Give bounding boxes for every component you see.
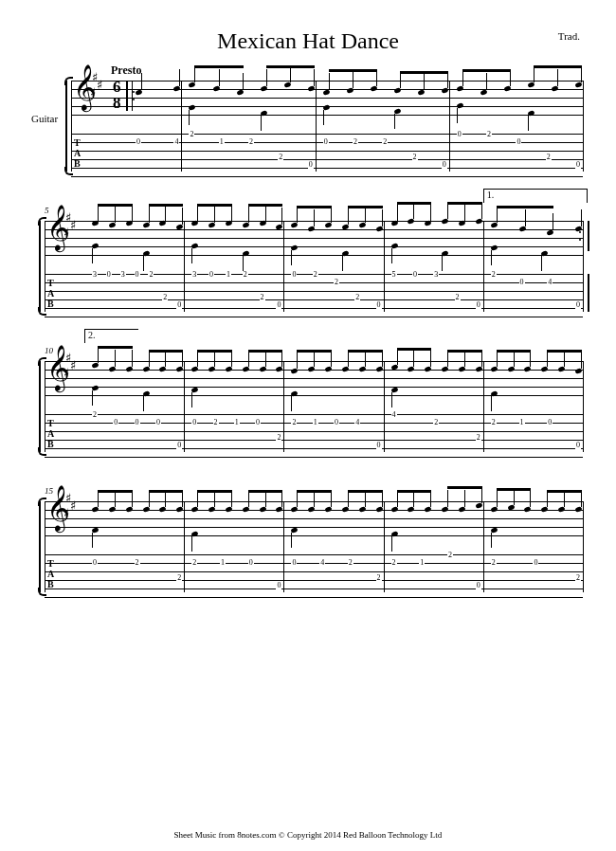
key-signature: ♯♯♯ (65, 355, 74, 378)
barline (45, 361, 45, 452)
staff-system: 5𝄞♯♯♯1.TAB303022030122002220503202040 (33, 221, 583, 312)
tab-clef: TAB (74, 137, 81, 169)
key-signature: ♯♯♯ (92, 75, 100, 98)
tab-staff: TAB022210004222120202 (45, 554, 583, 592)
footer-copyright: Sheet Music from 8notes.com © Copyright … (0, 830, 616, 840)
barline (483, 361, 484, 452)
barline (583, 361, 584, 452)
barline (71, 81, 72, 172)
barline (184, 501, 185, 592)
tab-staff: TAB2000002102210404222100 (45, 414, 583, 452)
barline (181, 81, 182, 172)
barline (583, 221, 584, 312)
barline (583, 274, 589, 312)
barline (449, 81, 450, 172)
barline (583, 501, 584, 592)
barline (45, 221, 45, 312)
barline (583, 221, 589, 251)
key-signature: ♯♯♯ (65, 215, 74, 238)
barline (483, 501, 484, 592)
tab-clef: TAB (47, 278, 54, 309)
tab-staff: TAB04212200222002020 (71, 134, 583, 172)
staff-system: PrestoGuitar𝄞♯♯♯68TAB04212200222002020 (33, 81, 583, 172)
barline (283, 501, 284, 592)
barline (283, 361, 284, 452)
treble-staff: 15𝄞♯♯♯ (45, 501, 583, 532)
volta-bracket: 1. (483, 189, 588, 203)
tab-clef: TAB (47, 558, 54, 589)
instrument-label: Guitar (31, 113, 58, 124)
key-signature: ♯♯♯ (65, 496, 74, 518)
page-title: Mexican Hat Dance (33, 28, 583, 54)
barline (184, 361, 185, 452)
tab-staff: TAB303022030122002220503202040 (45, 274, 583, 312)
treble-staff: 𝄞♯♯♯68 (71, 81, 583, 111)
time-signature: 68 (113, 79, 121, 111)
barline (384, 361, 385, 452)
barline (184, 221, 185, 312)
treble-staff: 5𝄞♯♯♯1. (45, 221, 583, 251)
staff-system: 15𝄞♯♯♯TAB022210004222120202 (33, 501, 583, 592)
composer: Trad. (558, 30, 580, 42)
staff-system: 10𝄞♯♯♯2.TAB2000002102210404222100 (33, 361, 583, 452)
treble-staff: 10𝄞♯♯♯2. (45, 361, 583, 391)
barline (483, 221, 484, 312)
barline (384, 501, 385, 592)
barline (384, 221, 385, 312)
tab-clef: TAB (47, 418, 54, 449)
barline (316, 81, 317, 172)
barline (283, 221, 284, 312)
barline (45, 501, 45, 592)
barline (583, 81, 584, 172)
tempo-marking: Presto (111, 63, 141, 78)
volta-bracket: 2. (84, 329, 138, 343)
